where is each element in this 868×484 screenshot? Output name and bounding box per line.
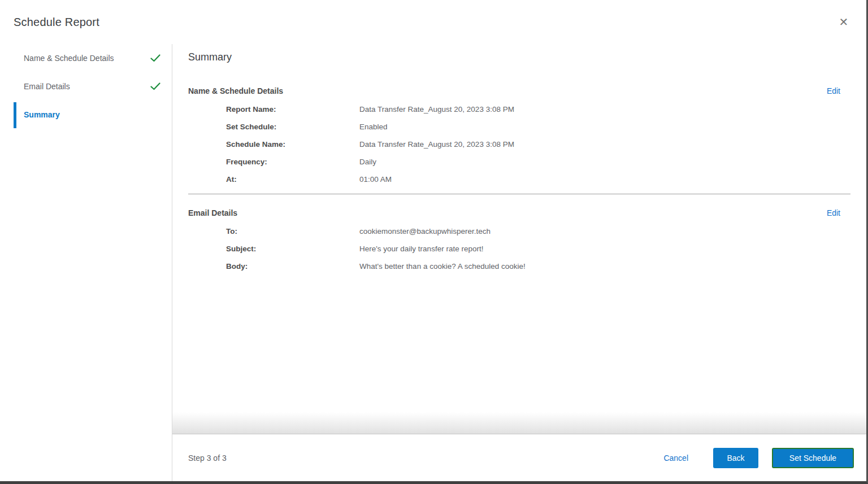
row-report-name: Report Name: Data Transfer Rate_August 2…: [188, 101, 850, 118]
row-value: Here's your daily transfer rate report!: [359, 245, 850, 253]
section-rows: To: cookiemonster@backupwhisperer.tech S…: [188, 223, 850, 275]
section-title: Email Details: [188, 208, 237, 217]
summary-content: Summary Name & Schedule Details Edit Rep…: [172, 44, 866, 412]
section-name-schedule-details: Name & Schedule Details Edit Report Name…: [188, 86, 850, 194]
edit-email-details-link[interactable]: Edit: [827, 208, 850, 217]
scroll-fade: [172, 412, 866, 434]
sidebar-item-email-details[interactable]: Email Details: [0, 72, 172, 101]
back-button[interactable]: Back: [713, 448, 758, 468]
row-at-time: At: 01:00 AM: [188, 171, 850, 188]
section-title: Name & Schedule Details: [188, 86, 283, 95]
step-label: Summary: [24, 110, 60, 119]
main-panel: Summary Name & Schedule Details Edit Rep…: [172, 44, 866, 481]
sidebar-item-name-schedule-details[interactable]: Name & Schedule Details: [0, 44, 172, 72]
section-header: Email Details Edit: [188, 208, 850, 218]
dialog-title: Schedule Report: [14, 16, 99, 29]
row-label: Set Schedule:: [226, 123, 359, 131]
dialog-header: Schedule Report ✕: [0, 0, 866, 44]
schedule-report-dialog: Schedule Report ✕ Name & Schedule Detail…: [0, 0, 868, 484]
section-divider: [188, 194, 850, 194]
check-icon: [150, 82, 160, 90]
row-email-to: To: cookiemonster@backupwhisperer.tech: [188, 223, 850, 240]
row-label: Schedule Name:: [226, 140, 359, 149]
row-value: cookiemonster@backupwhisperer.tech: [359, 227, 850, 236]
row-value: 01:00 AM: [359, 175, 850, 184]
cancel-button[interactable]: Cancel: [663, 454, 688, 463]
row-value: Daily: [359, 158, 850, 166]
row-schedule-name: Schedule Name: Data Transfer Rate_August…: [188, 136, 850, 153]
row-email-body: Body: What's better than a cookie? A sch…: [188, 258, 850, 275]
dialog-body: Name & Schedule Details Email Details Su…: [0, 44, 866, 481]
step-indicator: Step 3 of 3: [188, 454, 227, 463]
row-label: Body:: [226, 262, 359, 271]
row-email-subject: Subject: Here's your daily transfer rate…: [188, 240, 850, 258]
close-icon[interactable]: ✕: [837, 15, 850, 29]
section-email-details: Email Details Edit To: cookiemonster@bac…: [188, 208, 850, 275]
section-rows: Report Name: Data Transfer Rate_August 2…: [188, 101, 850, 188]
row-value: What's better than a cookie? A scheduled…: [359, 262, 850, 271]
wizard-steps-sidebar: Name & Schedule Details Email Details Su…: [0, 44, 172, 481]
check-icon: [150, 54, 160, 62]
section-header: Name & Schedule Details Edit: [188, 86, 850, 96]
page-title: Summary: [188, 51, 850, 63]
row-label: To:: [226, 227, 359, 236]
row-value: Data Transfer Rate_August 20, 2023 3:08 …: [359, 105, 850, 114]
step-label: Name & Schedule Details: [24, 54, 114, 63]
edit-name-schedule-link[interactable]: Edit: [827, 86, 850, 95]
row-set-schedule: Set Schedule: Enabled: [188, 118, 850, 136]
sidebar-item-summary[interactable]: Summary: [0, 101, 172, 129]
row-value: Enabled: [359, 123, 850, 131]
footer-actions: Cancel Back Set Schedule: [663, 448, 854, 468]
row-frequency: Frequency: Daily: [188, 153, 850, 171]
row-label: At:: [226, 175, 359, 184]
row-value: Data Transfer Rate_August 20, 2023 3:08 …: [359, 140, 850, 149]
row-label: Subject:: [226, 245, 359, 253]
row-label: Frequency:: [226, 158, 359, 166]
step-label: Email Details: [24, 82, 70, 91]
row-label: Report Name:: [226, 105, 359, 114]
wizard-footer: Step 3 of 3 Cancel Back Set Schedule: [172, 434, 866, 481]
set-schedule-button[interactable]: Set Schedule: [772, 448, 854, 468]
